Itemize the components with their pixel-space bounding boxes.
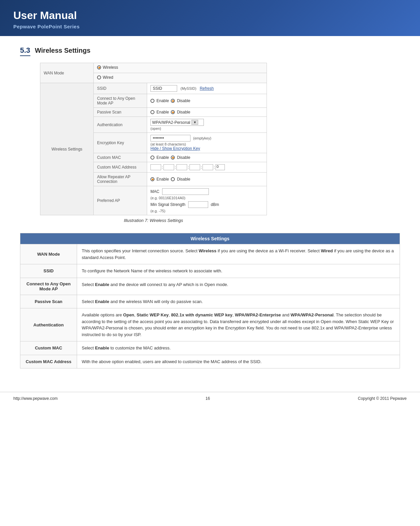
manual-title: User Manual — [13, 9, 407, 22]
enc-value-cell: •••••••• (emptykey) (at least 8 characte… — [147, 133, 267, 153]
auth-value-cell: WPA/WPA2-Personal ▼ (open) — [147, 117, 267, 133]
enc-hint: (at least 8 characters) — [150, 142, 263, 146]
section-number: 5.3 — [20, 46, 30, 56]
mac-octet-5[interactable] — [202, 164, 213, 170]
term-wan-mode: WAN Mode — [20, 244, 77, 264]
desc-row-auth: Authentication Available options are Ope… — [20, 308, 400, 341]
mac-octet-4[interactable] — [189, 164, 200, 170]
desc-custom-mac: Select Enable to customize the MAC addre… — [77, 341, 400, 355]
auth-select-wrapper: WPA/WPA2-Personal ▼ — [150, 119, 263, 126]
mySSID-text: (MySSID) — [180, 86, 196, 90]
custom-mac-addr-label: Custom MAC Address — [94, 162, 147, 173]
refresh-link[interactable]: Refresh — [200, 86, 214, 91]
mac-octet-6[interactable]: 0 — [216, 164, 225, 170]
desc-row-wan-mode: WAN Mode This option specifies your Inte… — [20, 244, 400, 264]
desc-wan-mode: This option specifies your Internet conn… — [77, 244, 400, 264]
desc-row-custom-mac-addr: Custom MAC Address With the above option… — [20, 355, 400, 368]
preferred-ap-mac-row: MAC — [150, 188, 263, 195]
ssid-input[interactable]: SSID — [150, 85, 177, 92]
preferred-ap-value-cell: MAC (e.g. 00116E1014A0) Min Signal Stren… — [147, 186, 267, 215]
description-table: Wireless Settings WAN Mode This option s… — [20, 233, 400, 368]
wired-radio[interactable] — [97, 75, 101, 79]
wireless-radio[interactable] — [97, 65, 101, 69]
section-heading: 5.3 Wireless Settings — [20, 46, 400, 56]
term-ssid: SSID — [20, 264, 77, 278]
ssid-value-cell: SSID (MySSID) Refresh — [147, 83, 267, 94]
desc-custom-mac-addr: With the above option enabled, users are… — [77, 355, 400, 368]
allow-repeater-enable-radio[interactable] — [150, 177, 154, 181]
desc-passive: Select Enable and the wireless WAN will … — [77, 295, 400, 308]
desc-row-ssid: SSID To configure the Network Name of th… — [20, 264, 400, 278]
passive-label: Passive Scan — [94, 108, 147, 117]
enc-link-wrapper: Hide / Show Encryption Key — [150, 146, 263, 151]
mac-colon-1: : — [162, 165, 163, 169]
wan-mode-wireless-cell: Wireless — [94, 63, 267, 73]
wireless-label: Wireless — [103, 65, 118, 70]
footer-page: 16 — [205, 396, 210, 401]
wired-radio-group: Wired — [97, 75, 263, 80]
allow-repeater-disable-label: Disable — [177, 177, 190, 182]
connect-disable-radio[interactable] — [171, 99, 175, 103]
separator-row: Wireless Settings SSID SSID (MySSID) Ref… — [40, 83, 267, 94]
preferred-ap-signal-input[interactable] — [188, 201, 208, 208]
preferred-ap-mac-label: MAC — [150, 189, 159, 194]
term-connect: Connect to Any Open Mode AP — [20, 278, 77, 295]
auth-select[interactable]: WPA/WPA2-Personal ▼ — [150, 119, 204, 126]
custom-mac-enable-label: Enable — [156, 155, 169, 160]
mac-octet-3[interactable] — [176, 164, 187, 170]
connect-disable-label: Disable — [177, 98, 190, 103]
preferred-ap-dbm-label: dBm — [211, 202, 219, 207]
term-custom-mac-addr: Custom MAC Address — [20, 355, 77, 368]
custom-mac-value-cell: Enable Disable — [147, 153, 267, 162]
auth-open-text: (open) — [150, 126, 263, 130]
desc-row-connect: Connect to Any Open Mode AP Select Enabl… — [20, 278, 400, 295]
enc-input-row: •••••••• (emptykey) — [150, 135, 263, 142]
enc-label: Encryption Key — [94, 133, 147, 153]
passive-value-cell: Enable Disable — [147, 108, 267, 117]
wired-label: Wired — [103, 75, 113, 80]
passive-disable-radio[interactable] — [171, 110, 175, 114]
passive-disable-label: Disable — [177, 110, 190, 114]
series-subtitle: Pepwave PolePoint Series — [13, 24, 407, 29]
illustration-table: WAN Mode Wireless Wired Wireless Setting… — [40, 63, 267, 215]
preferred-ap-min-signal-label: Min Signal Strength — [150, 202, 185, 207]
enc-input[interactable]: •••••••• — [150, 135, 190, 142]
term-auth: Authentication — [20, 308, 77, 341]
desc-table-header-row: Wireless Settings — [20, 233, 400, 244]
section-title: Wireless Settings — [35, 47, 91, 54]
custom-mac-disable-radio[interactable] — [171, 156, 175, 160]
preferred-ap-mac-example: (e.g. 00116E1014A0) — [150, 196, 263, 200]
allow-repeater-disable-radio[interactable] — [171, 177, 175, 181]
passive-enable-label: Enable — [156, 110, 169, 114]
preferred-ap-block: MAC (e.g. 00116E1014A0) Min Signal Stren… — [150, 188, 263, 213]
custom-mac-disable-label: Disable — [177, 155, 190, 160]
footer-copyright: Copyright © 2011 Pepwave — [358, 396, 407, 401]
connect-label: Connect to Any Open Mode AP — [94, 94, 147, 108]
enc-emptykey: (emptykey) — [193, 136, 211, 140]
mac-colon-3: : — [188, 165, 189, 169]
custom-mac-label: Custom MAC — [94, 153, 147, 162]
connect-enable-radio[interactable] — [150, 99, 154, 103]
auth-value-text: WPA/WPA2-Personal — [152, 120, 190, 125]
mac-colon-5: : — [214, 165, 215, 169]
term-custom-mac: Custom MAC — [20, 341, 77, 355]
passive-enable-disable: Enable Disable — [150, 110, 263, 114]
wan-mode-row: WAN Mode Wireless — [40, 63, 267, 73]
passive-enable-radio[interactable] — [150, 110, 154, 114]
illustration-caption: Illustration 7: Wireless Settings — [40, 218, 267, 223]
wireless-settings-section-label: Wireless Settings — [40, 83, 94, 215]
wireless-radio-group: Wireless — [97, 65, 263, 70]
preferred-ap-mac-input[interactable] — [162, 188, 209, 195]
custom-mac-enable-radio[interactable] — [150, 156, 154, 160]
desc-auth: Available options are Open, Static WEP K… — [77, 308, 400, 341]
preferred-ap-signal-row: Min Signal Strength dBm — [150, 201, 263, 208]
enc-show-hide-link[interactable]: Hide / Show Encryption Key — [150, 146, 200, 151]
auth-label: Authentication — [94, 117, 147, 133]
connect-value-cell: Enable Disable — [147, 94, 267, 108]
connect-enable-disable: Enable Disable — [150, 98, 263, 103]
mac-octet-1[interactable] — [150, 164, 161, 170]
ssid-label: SSID — [94, 83, 147, 94]
page-footer: http://www.pepwave.com 16 Copyright © 20… — [0, 392, 420, 405]
footer-url: http://www.pepwave.com — [13, 396, 58, 401]
mac-octet-2[interactable] — [163, 164, 174, 170]
